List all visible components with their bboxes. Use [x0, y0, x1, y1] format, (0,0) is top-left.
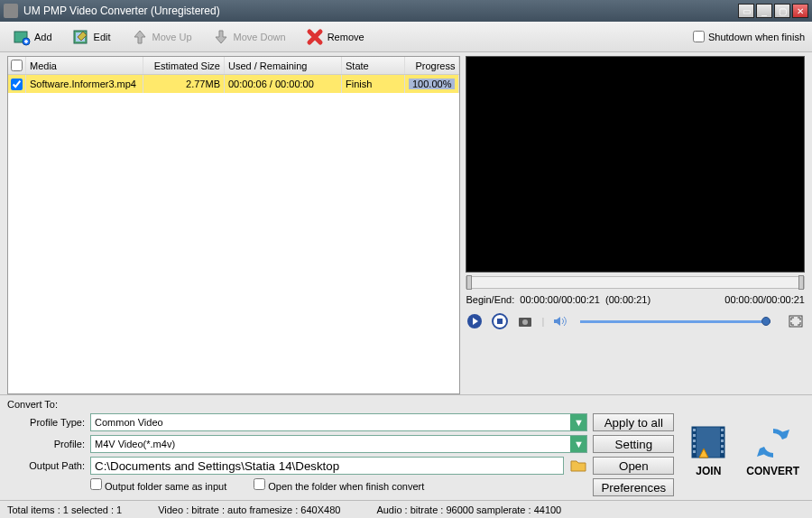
move-up-button[interactable]: Move Up	[124, 26, 199, 48]
svg-rect-16	[693, 445, 696, 448]
header-media[interactable]: Media	[26, 57, 143, 74]
toolbar: Add Edit Move Up Move Down Remove Shutdo…	[0, 22, 812, 52]
chevron-down-icon: ▼	[570, 436, 586, 452]
status-totals: Total items : 1 selected : 1	[7, 504, 122, 515]
convert-to-label: Convert To:	[7, 399, 674, 410]
volume-slider[interactable]	[580, 320, 770, 323]
convert-icon	[752, 423, 795, 463]
position-label: 00:00:00/00:00:21	[724, 294, 805, 305]
open-when-finish-checkbox[interactable]	[254, 478, 265, 490]
begin-end-label: Begin/End:	[466, 294, 514, 305]
browse-folder-button[interactable]	[569, 458, 587, 474]
titlebar: UM PMP Video Converter (Unregistered) ▭ …	[0, 0, 812, 22]
remove-icon	[306, 28, 324, 46]
video-preview[interactable]	[466, 56, 805, 273]
shutdown-label: Shutdown when finish	[708, 32, 805, 42]
convert-button[interactable]: CONVERT	[746, 423, 799, 477]
svg-rect-18	[721, 429, 724, 431]
row-used: 00:00:06 / 00:00:00	[225, 75, 342, 93]
window-buttons: ▭ _ ▢ ✕	[738, 4, 808, 18]
same-as-input-wrap[interactable]: Output folder same as input	[90, 478, 226, 492]
begin-end-range: 00:00:00/00:00:21	[520, 294, 600, 305]
minimize-button[interactable]: _	[756, 4, 772, 18]
svg-rect-14	[693, 434, 696, 437]
remove-label: Remove	[328, 32, 364, 42]
window-title: UM PMP Video Converter (Unregistered)	[23, 5, 738, 17]
profile-dropdown[interactable]: M4V Video(*.m4v) ▼	[90, 435, 587, 453]
row-state: Finish	[342, 75, 405, 93]
header-state[interactable]: State	[342, 57, 405, 74]
svg-rect-13	[693, 429, 696, 431]
svg-rect-21	[721, 445, 724, 448]
move-down-button[interactable]: Move Down	[205, 26, 293, 48]
output-path-field[interactable]	[90, 457, 564, 475]
move-down-label: Move Down	[234, 32, 286, 42]
volume-icon[interactable]	[551, 312, 569, 330]
main-content: Media Estimated Size Used / Remaining St…	[0, 52, 812, 394]
open-when-finish-wrap[interactable]: Open the folder when finish convert	[254, 478, 424, 492]
list-row[interactable]: Software.Informer3.mp4 2.77MB 00:00:06 /…	[8, 75, 459, 93]
join-label: JOIN	[696, 465, 721, 477]
status-audio: Audio : bitrate : 96000 samplerate : 441…	[376, 504, 561, 515]
svg-point-8	[522, 319, 528, 325]
row-size: 2.77MB	[143, 75, 225, 93]
svg-rect-20	[721, 439, 724, 442]
svg-rect-10	[692, 427, 724, 458]
preferences-button[interactable]: Preferences	[593, 478, 674, 496]
row-progress: 100.00%	[409, 79, 455, 89]
setting-button[interactable]: Setting	[593, 435, 674, 453]
edit-button[interactable]: Edit	[65, 26, 118, 48]
close-button[interactable]: ✕	[792, 4, 808, 18]
app-icon	[4, 4, 18, 18]
same-as-input-checkbox[interactable]	[90, 478, 102, 490]
bottom-panel: Convert To: Profile Type: Common Video ▼…	[0, 394, 812, 500]
play-button[interactable]	[466, 312, 484, 330]
trim-timeline[interactable]	[466, 276, 805, 289]
file-list-pane: Media Estimated Size Used / Remaining St…	[7, 56, 460, 394]
arrow-down-icon	[212, 28, 230, 46]
add-button[interactable]: Add	[5, 26, 60, 48]
restore1-button[interactable]: ▭	[738, 4, 754, 18]
convert-label: CONVERT	[746, 465, 799, 477]
statusbar: Total items : 1 selected : 1 Video : bit…	[0, 500, 812, 518]
header-checkbox-col[interactable]	[8, 57, 26, 74]
remove-button[interactable]: Remove	[299, 26, 372, 48]
list-header: Media Estimated Size Used / Remaining St…	[8, 57, 459, 75]
shutdown-checkbox-wrap[interactable]: Shutdown when finish	[693, 31, 805, 42]
fullscreen-button[interactable]	[787, 312, 805, 330]
preview-pane: Begin/End: 00:00:00/00:00:21 (00:00:21) …	[466, 56, 805, 394]
header-used[interactable]: Used / Remaining	[225, 57, 342, 74]
chevron-down-icon: ▼	[570, 414, 586, 430]
profile-type-value: Common Video	[91, 417, 570, 428]
status-video: Video : bitrate : auto framesize : 640X4…	[158, 504, 340, 515]
svg-rect-15	[693, 439, 696, 442]
begin-end-dur: (00:00:21)	[605, 294, 651, 305]
edit-label: Edit	[94, 32, 111, 42]
add-label: Add	[34, 32, 52, 42]
row-checkbox[interactable]	[11, 79, 23, 90]
shutdown-checkbox[interactable]	[693, 31, 705, 42]
maximize-button[interactable]: ▢	[774, 4, 790, 18]
output-path-label: Output Path:	[7, 460, 85, 471]
header-size[interactable]: Estimated Size	[143, 57, 225, 74]
snapshot-button[interactable]	[516, 312, 534, 330]
edit-icon	[72, 28, 90, 46]
arrow-up-icon	[131, 28, 149, 46]
trim-start-handle[interactable]	[466, 275, 472, 290]
select-all-checkbox[interactable]	[11, 60, 23, 71]
svg-rect-17	[693, 450, 696, 453]
trim-end-handle[interactable]	[798, 275, 804, 290]
profile-value: M4V Video(*.m4v)	[91, 439, 570, 449]
action-buttons: JOIN CONVERT	[681, 399, 805, 496]
join-button[interactable]: JOIN	[687, 423, 730, 477]
apply-all-button[interactable]: Apply to all	[593, 413, 674, 431]
open-button[interactable]: Open	[593, 457, 674, 475]
join-icon	[687, 423, 730, 463]
stop-button[interactable]	[491, 312, 509, 330]
volume-thumb[interactable]	[761, 317, 770, 326]
begin-end-row: Begin/End: 00:00:00/00:00:21 (00:00:21) …	[466, 289, 805, 309]
file-list: Media Estimated Size Used / Remaining St…	[7, 56, 460, 394]
row-media: Software.Informer3.mp4	[26, 75, 143, 93]
header-progress[interactable]: Progress	[405, 57, 459, 74]
profile-type-dropdown[interactable]: Common Video ▼	[90, 413, 587, 431]
